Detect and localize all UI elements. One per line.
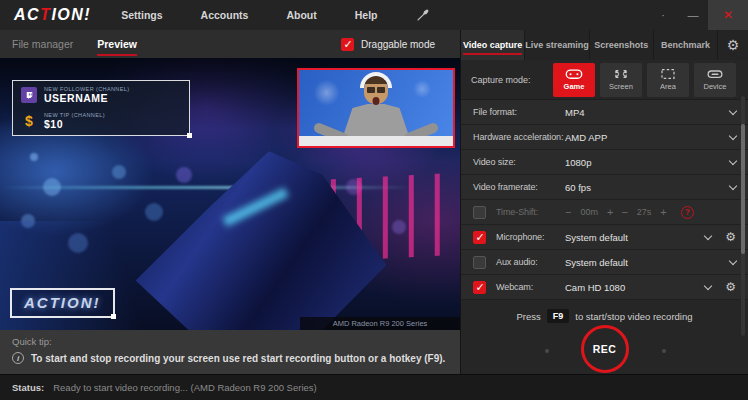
- tab-file-manager[interactable]: File manager: [12, 32, 73, 56]
- quick-tip-title: Quick tip:: [12, 336, 448, 347]
- microphone-gear-icon[interactable]: ⚙: [725, 231, 736, 243]
- tip-amount: $10: [44, 118, 105, 130]
- chevron-down-icon[interactable]: [729, 256, 737, 264]
- minimize-button[interactable]: —: [678, 0, 708, 30]
- menu-settings[interactable]: Settings: [121, 9, 162, 21]
- time-shift-checkbox[interactable]: [473, 206, 486, 219]
- menu-bar: Settings Accounts About Help: [121, 9, 428, 22]
- main-content: File manager Preview Draggable mode: [0, 30, 748, 374]
- webcam-value: Cam HD 1080: [565, 282, 625, 293]
- row-microphone[interactable]: Microphone: System default ⚙: [461, 225, 748, 250]
- screen-icon: [613, 68, 629, 80]
- row-hardware-acceleration[interactable]: Hardware acceleration: AMD APP: [461, 125, 748, 150]
- tab-video-capture[interactable]: Video capture: [461, 30, 525, 60]
- capture-mode-game[interactable]: Game: [553, 63, 595, 97]
- capture-mode-name: Device: [704, 82, 727, 91]
- preview-tab-bar: File manager Preview Draggable mode: [0, 30, 460, 58]
- webcam-overlay[interactable]: [297, 68, 455, 148]
- video-size-value: 1080p: [565, 157, 591, 168]
- stream-notification-overlay[interactable]: NEW FOLLOWER (CHANNEL) USERNAME $ NEW TI…: [12, 80, 190, 136]
- tab-label: Screenshots: [594, 36, 648, 55]
- chevron-down-icon[interactable]: [704, 231, 712, 239]
- time-shift-help-icon[interactable]: ?: [681, 206, 694, 219]
- chevron-down-icon[interactable]: [729, 181, 737, 189]
- quick-tip-section: Quick tip: i To start and stop recording…: [0, 330, 460, 374]
- menu-about[interactable]: About: [286, 9, 316, 21]
- capture-mode-screen[interactable]: Screen: [600, 63, 642, 97]
- draggable-mode-checkbox[interactable]: [341, 38, 354, 51]
- resize-handle[interactable]: [111, 314, 116, 319]
- tab-preview[interactable]: Preview: [97, 32, 137, 56]
- dollar-icon: $: [21, 113, 37, 129]
- bokeh-lights: [30, 153, 38, 161]
- close-button[interactable]: ✕: [708, 0, 748, 30]
- webcam-person-glasses: [366, 87, 386, 93]
- tab-live-streaming[interactable]: Live streaming: [525, 30, 590, 60]
- seconds-stepper: − 27s +: [621, 206, 666, 218]
- hotkey-hint: Press F9 to start/stop video recording: [461, 309, 748, 323]
- gamepad-icon: [565, 68, 583, 80]
- gun-glow-strip: [222, 188, 289, 227]
- webcam-checkbox[interactable]: [473, 281, 486, 294]
- chevron-down-icon[interactable]: [729, 131, 737, 139]
- follower-row: NEW FOLLOWER (CHANNEL) USERNAME: [21, 86, 181, 104]
- aux-audio-checkbox[interactable]: [473, 256, 486, 269]
- rec-side-dot-left: [545, 349, 549, 353]
- seconds-plus-button[interactable]: +: [660, 206, 666, 218]
- row-aux-audio[interactable]: Aux audio: System default: [461, 250, 748, 275]
- capture-tab-bar: Video capture Live streaming Screenshots…: [461, 30, 748, 60]
- draggable-mode-toggle[interactable]: Draggable mode: [341, 38, 435, 51]
- rec-side-dot-right: [662, 349, 666, 353]
- record-button-area: REC: [461, 323, 748, 374]
- watermark-overlay[interactable]: ACTION!: [10, 288, 115, 318]
- gpu-badge: AMD Radeon R9 200 Series: [300, 317, 460, 330]
- settings-rows: File format: MP4 Hardware acceleration: …: [461, 100, 748, 300]
- follower-username: USERNAME: [44, 92, 130, 104]
- minutes-plus-button[interactable]: +: [607, 206, 613, 218]
- capture-mode-device[interactable]: Device: [694, 63, 736, 97]
- row-video-framerate[interactable]: Video framerate: 60 fps: [461, 175, 748, 200]
- chevron-down-icon[interactable]: [729, 156, 737, 164]
- capture-settings-panel: Video capture Live streaming Screenshots…: [460, 30, 748, 374]
- row-webcam[interactable]: Webcam: Cam HD 1080 ⚙: [461, 275, 748, 300]
- field-label: Time-Shift:: [496, 207, 565, 217]
- hotkey-key-badge: F9: [547, 309, 570, 323]
- webcam-person-mouth: [373, 97, 380, 105]
- chevron-down-icon[interactable]: [729, 106, 737, 114]
- minutes-stepper: − 00m +: [565, 206, 613, 218]
- seconds-minus-button[interactable]: −: [621, 206, 627, 218]
- resize-handle[interactable]: [187, 133, 192, 138]
- settings-gear-icon[interactable]: ⚙: [718, 30, 748, 60]
- tab-label: Live streaming: [525, 36, 589, 55]
- field-label: Microphone:: [496, 232, 565, 242]
- seconds-value: 27s: [637, 207, 652, 217]
- rec-button[interactable]: REC: [581, 325, 629, 373]
- webcam-gear-icon[interactable]: ⚙: [725, 281, 736, 293]
- panel-scrollbar[interactable]: [741, 96, 745, 336]
- status-text: Ready to start video recording... (AMD R…: [53, 382, 317, 393]
- tab-screenshots[interactable]: Screenshots: [590, 30, 654, 60]
- hotkey-prefix: Press: [516, 311, 540, 322]
- row-time-shift: Time-Shift: − 00m + − 27s + ?: [461, 200, 748, 225]
- wrench-icon[interactable]: [416, 9, 429, 22]
- field-label: File format:: [473, 107, 565, 117]
- tab-benchmark[interactable]: Benchmark: [654, 30, 718, 60]
- chevron-down-icon[interactable]: [704, 281, 712, 289]
- field-label: Hardware acceleration:: [473, 132, 565, 142]
- menu-help[interactable]: Help: [355, 9, 378, 21]
- video-framerate-value: 60 fps: [565, 182, 591, 193]
- app-logo: ACTION!: [14, 6, 91, 24]
- row-video-size[interactable]: Video size: 1080p: [461, 150, 748, 175]
- logo-text-accent: T: [40, 6, 51, 23]
- minutes-minus-button[interactable]: −: [565, 206, 571, 218]
- menu-accounts[interactable]: Accounts: [201, 9, 249, 21]
- capture-mode-buttons: Game Screen Area Device: [553, 63, 736, 97]
- microphone-checkbox[interactable]: [473, 231, 486, 244]
- pin-button[interactable]: ·: [648, 0, 678, 30]
- scrollbar-thumb[interactable]: [741, 124, 745, 254]
- window-controls: · — ✕: [648, 0, 748, 30]
- minutes-value: 00m: [580, 207, 598, 217]
- capture-mode-area[interactable]: Area: [647, 63, 689, 97]
- row-file-format[interactable]: File format: MP4: [461, 100, 748, 125]
- quick-tip-text: To start and stop recording your screen …: [31, 353, 445, 364]
